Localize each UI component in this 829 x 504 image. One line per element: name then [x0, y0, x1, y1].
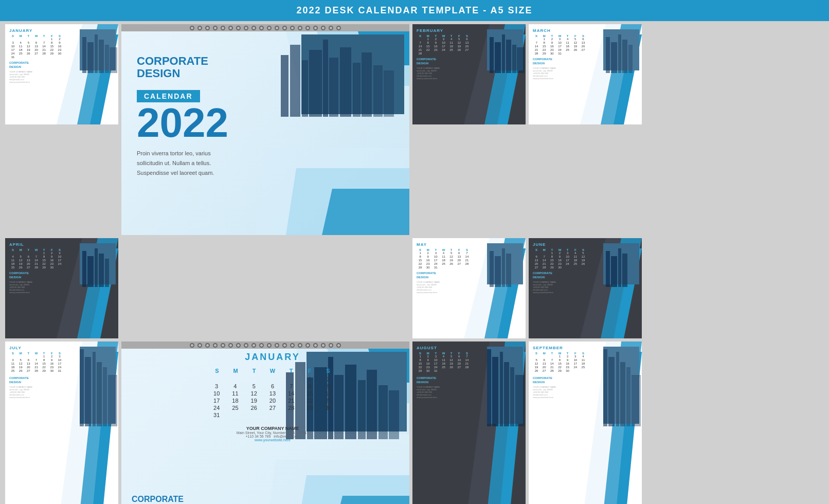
svg-rect-70	[606, 251, 610, 287]
svg-rect-38	[512, 45, 516, 73]
year-display: 2022	[137, 102, 265, 143]
svg-rect-62	[490, 251, 494, 287]
svg-rect-64	[502, 248, 505, 287]
may-small-card: MAY SMTWTFS 1234567 891011121314 1516171…	[412, 238, 526, 338]
svg-rect-22	[309, 50, 322, 117]
svg-rect-118	[616, 352, 619, 426]
svg-rect-23	[323, 40, 328, 117]
svg-rect-48	[628, 45, 633, 73]
cover-desc: Proin viverra tortor leo, varius sollici…	[137, 149, 265, 177]
svg-rect-44	[606, 37, 610, 73]
svg-rect-9	[105, 45, 109, 73]
svg-rect-24	[329, 58, 338, 117]
svg-rect-26	[353, 63, 361, 117]
svg-rect-101	[389, 390, 399, 439]
svg-rect-46	[618, 34, 621, 73]
july-small-card: JULY SMTWTFS 123 45678910 11121314151617…	[5, 341, 118, 504]
svg-rect-35	[495, 42, 501, 73]
march-small-card: MARCH SMTWTFS 123456 78910111213 1415161…	[529, 24, 642, 124]
svg-marker-89	[332, 496, 409, 504]
cover-card: CORPORATEDESIGN CALENDAR 2022 Proin vive…	[121, 24, 409, 235]
svg-rect-110	[510, 367, 514, 426]
january-big-card: CORPORATEDESIGN JANUARY SMTWTFS 12 34567…	[121, 341, 409, 504]
header-title: 2022 DESK CALENDAR TEMPLATE - A5 SIZE	[296, 5, 532, 15]
svg-rect-56	[99, 254, 104, 287]
svg-rect-72	[618, 248, 621, 287]
svg-rect-111	[515, 375, 525, 426]
svg-rect-120	[626, 367, 630, 426]
svg-rect-99	[367, 370, 377, 439]
january-small-card: JANUARY SMTWTFS 12 3456789 1011121314151…	[5, 24, 118, 124]
svg-rect-82	[103, 367, 107, 426]
svg-rect-54	[87, 256, 94, 287]
april-small-card: APRIL SMTWTFS 123 45678910 1112131415161…	[5, 238, 118, 338]
corporate-design-cover: CORPORATEDESIGN	[137, 55, 265, 80]
svg-rect-71	[611, 256, 617, 287]
svg-rect-63	[495, 256, 501, 287]
jan-small-title: JANUARY	[9, 28, 63, 33]
svg-rect-34	[490, 37, 494, 73]
svg-rect-83	[108, 375, 117, 426]
svg-rect-20	[290, 45, 300, 117]
svg-rect-79	[85, 357, 91, 426]
svg-rect-5	[82, 37, 86, 73]
svg-rect-29	[384, 70, 394, 117]
svg-rect-55	[95, 248, 98, 287]
svg-rect-81	[97, 362, 102, 426]
svg-rect-121	[632, 375, 641, 426]
svg-rect-116	[603, 349, 607, 426]
svg-marker-16	[322, 189, 409, 235]
svg-rect-57	[105, 259, 109, 287]
svg-rect-108	[500, 352, 503, 426]
february-small-card: FEBRUARY SMTWTFS 123456 78910111213 1415…	[412, 24, 526, 124]
svg-rect-39	[517, 47, 525, 73]
svg-rect-100	[379, 385, 388, 439]
svg-rect-47	[622, 40, 627, 73]
svg-rect-53	[82, 251, 86, 287]
svg-rect-6	[87, 42, 94, 73]
svg-rect-119	[620, 362, 625, 426]
svg-rect-27	[362, 52, 372, 117]
svg-rect-80	[93, 352, 96, 426]
svg-rect-97	[345, 365, 356, 439]
svg-rect-65	[506, 254, 511, 287]
svg-rect-98	[358, 380, 366, 439]
svg-rect-7	[95, 34, 98, 73]
svg-rect-36	[502, 34, 505, 73]
august-small-card: AUGUST SMTWTFS 1234567 891011121314 1516…	[412, 341, 526, 504]
svg-rect-73	[622, 254, 627, 287]
top-banner: 2022 DESK CALENDAR TEMPLATE - A5 SIZE	[0, 0, 829, 21]
svg-rect-117	[608, 357, 615, 426]
svg-rect-25	[340, 47, 351, 117]
svg-rect-8	[99, 40, 104, 73]
svg-rect-45	[611, 42, 617, 73]
svg-rect-109	[504, 362, 509, 426]
svg-rect-78	[80, 349, 84, 426]
svg-rect-21	[302, 60, 308, 117]
svg-rect-37	[506, 40, 511, 73]
svg-rect-28	[373, 65, 383, 117]
september-small-card: SEPTEMBER SMTWTFS 1234 567891011 1213141…	[529, 341, 642, 504]
svg-rect-107	[492, 357, 498, 426]
svg-rect-10	[110, 47, 117, 73]
svg-rect-19	[281, 55, 289, 117]
june-small-card: JUNE SMTWTFS 12345 6789101112 1314151617…	[529, 238, 642, 338]
svg-rect-106	[487, 349, 491, 426]
